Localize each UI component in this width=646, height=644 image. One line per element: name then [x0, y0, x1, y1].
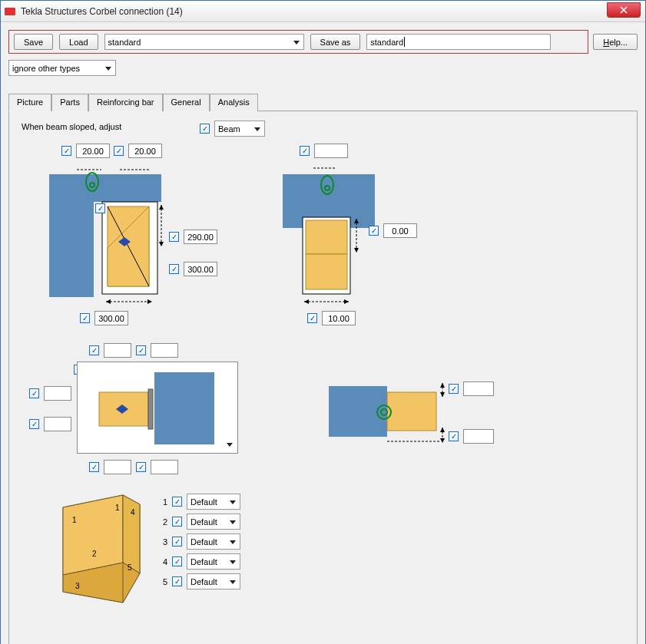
- svg-marker-41: [440, 383, 445, 388]
- chamfer-2-select[interactable]: Default: [187, 514, 240, 530]
- svg-text:4: 4: [131, 508, 135, 517]
- tab-picture[interactable]: Picture: [8, 94, 51, 111]
- load-button[interactable]: Load: [59, 34, 98, 50]
- d4-rbot-input[interactable]: [463, 429, 494, 444]
- tab-reinforcing-bar[interactable]: Reinforcing bar: [88, 94, 163, 111]
- d4-rtop-check[interactable]: [449, 384, 459, 394]
- svg-text:5: 5: [128, 563, 132, 572]
- diagram-3: [81, 366, 227, 449]
- d1-topleft-input[interactable]: 20.00: [76, 144, 110, 158]
- svg-rect-0: [5, 8, 15, 15]
- help-button[interactable]: Help...: [593, 34, 638, 50]
- sloped-label: When beam sloped, adjust: [22, 122, 121, 131]
- d2-top-input[interactable]: [314, 144, 348, 158]
- chamfer-3-check[interactable]: [172, 537, 182, 547]
- d4-rbot-check[interactable]: [449, 431, 459, 441]
- d3-t2-check[interactable]: [136, 345, 146, 355]
- svg-rect-1: [49, 174, 94, 297]
- filter-select[interactable]: ignore other types: [8, 60, 116, 76]
- d2-right-check[interactable]: [369, 226, 379, 236]
- svg-text:2: 2: [92, 550, 97, 558]
- d3-l2-input[interactable]: [44, 417, 71, 431]
- svg-text:3: 3: [75, 582, 80, 590]
- close-icon: [620, 6, 628, 14]
- chamfer-3-select[interactable]: Default: [187, 533, 240, 550]
- diagram-4: [326, 378, 456, 447]
- d1-topleft-check[interactable]: [61, 146, 71, 156]
- sloped-check[interactable]: [200, 124, 210, 134]
- d2-right-input[interactable]: 0.00: [383, 223, 417, 238]
- d3-b2-check[interactable]: [136, 462, 146, 472]
- tabs: Picture Parts Reinforcing bar General An…: [8, 93, 638, 111]
- d3-t1-input[interactable]: [104, 343, 131, 358]
- d3-l1-check[interactable]: [29, 388, 39, 398]
- svg-marker-47: [63, 495, 123, 575]
- d1-bottom-check[interactable]: [80, 313, 90, 323]
- chamfer-list: 1 Default 2 Default 3 Default: [158, 494, 240, 593]
- tab-general[interactable]: General: [163, 94, 210, 111]
- d2-bottom-check[interactable]: [307, 313, 317, 323]
- d3-b2-input[interactable]: [151, 460, 178, 474]
- svg-marker-45: [440, 438, 445, 443]
- text-cursor: [404, 37, 405, 47]
- svg-marker-44: [440, 428, 445, 432]
- d1-inner-check[interactable]: [95, 203, 105, 213]
- d1-topright-input[interactable]: 20.00: [128, 144, 162, 158]
- diagram-1: [49, 163, 172, 309]
- svg-marker-13: [159, 205, 164, 210]
- chamfer-1-check[interactable]: [172, 497, 182, 507]
- d1-r2-check[interactable]: [169, 264, 179, 274]
- d3-picture-select[interactable]: [77, 362, 238, 454]
- svg-rect-33: [148, 389, 153, 429]
- d3-l1-input[interactable]: [44, 386, 71, 401]
- svg-text:1: 1: [72, 516, 77, 524]
- chamfer-4-check[interactable]: [172, 556, 182, 566]
- chamfer-num-1: 1: [158, 497, 167, 507]
- chamfer-1-select[interactable]: Default: [187, 494, 240, 510]
- chamfer-2-check[interactable]: [172, 517, 182, 527]
- d3-t1-check[interactable]: [89, 345, 99, 355]
- svg-rect-20: [306, 220, 347, 254]
- d1-topright-check[interactable]: [114, 146, 124, 156]
- preset-toolbar: Save Load standard Save as standard: [8, 30, 588, 54]
- saveas-button[interactable]: Save as: [310, 34, 361, 50]
- svg-rect-35: [329, 386, 387, 437]
- chamfer-diagram: 1 1 4 2 5 3: [49, 487, 149, 610]
- svg-rect-31: [154, 372, 214, 444]
- svg-marker-17: [147, 299, 152, 304]
- titlebar: Tekla Structures Corbel connection (14): [1, 1, 645, 22]
- preset-select[interactable]: standard: [104, 34, 304, 50]
- d2-top-check[interactable]: [300, 146, 310, 156]
- d1-r2-input[interactable]: 300.00: [184, 262, 217, 276]
- chamfer-num-2: 2: [158, 517, 167, 527]
- chamfer-5-check[interactable]: [172, 576, 182, 586]
- preset-name-input[interactable]: standard: [366, 34, 551, 50]
- chamfer-num-5: 5: [158, 577, 167, 586]
- tab-parts[interactable]: Parts: [51, 94, 88, 111]
- app-icon: [4, 5, 16, 18]
- d2-bottom-input[interactable]: 10.00: [322, 311, 356, 325]
- svg-text:1: 1: [115, 504, 120, 512]
- svg-marker-29: [304, 299, 309, 304]
- svg-rect-2: [94, 174, 161, 202]
- svg-marker-30: [344, 299, 349, 304]
- d3-t2-input[interactable]: [151, 343, 178, 358]
- d4-rtop-input[interactable]: [463, 381, 494, 396]
- chamfer-5-select[interactable]: Default: [187, 573, 240, 590]
- tab-analysis[interactable]: Analysis: [210, 94, 258, 111]
- sloped-select[interactable]: Beam: [214, 121, 265, 137]
- save-button[interactable]: Save: [14, 34, 53, 50]
- svg-rect-36: [387, 392, 436, 431]
- window-title: Tekla Structures Corbel connection (14): [21, 6, 183, 17]
- chamfer-4-select[interactable]: Default: [187, 553, 240, 570]
- d3-b1-check[interactable]: [89, 462, 99, 472]
- svg-marker-14: [159, 242, 164, 246]
- close-button[interactable]: [607, 2, 641, 18]
- d1-r1-input[interactable]: 290.00: [184, 230, 217, 244]
- d1-bottom-input[interactable]: 300.00: [94, 311, 128, 325]
- chamfer-num-4: 4: [158, 557, 167, 566]
- d3-b1-input[interactable]: [104, 460, 131, 474]
- d1-r1-check[interactable]: [169, 232, 179, 242]
- d3-l2-check[interactable]: [29, 419, 39, 429]
- svg-rect-21: [306, 254, 347, 289]
